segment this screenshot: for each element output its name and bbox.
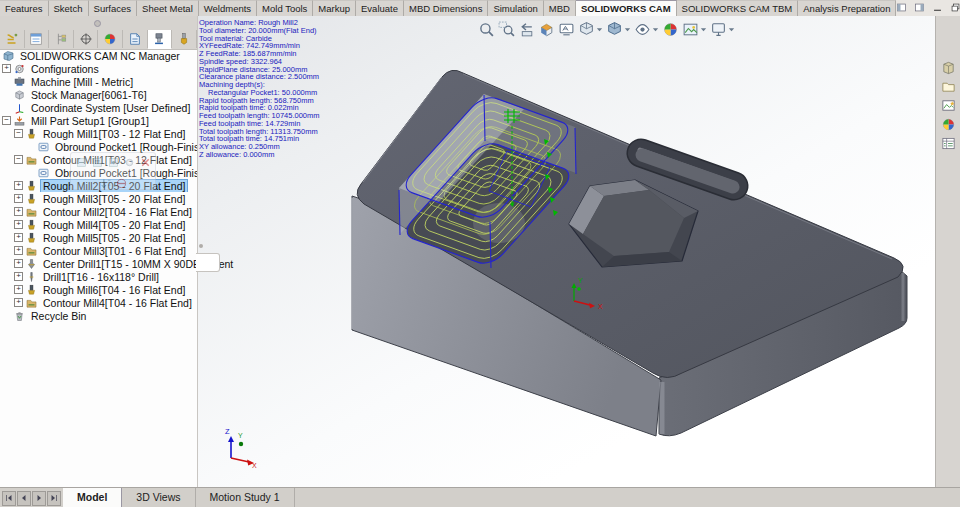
taskpane-view-palette-button[interactable] — [936, 96, 960, 114]
rough-mill-icon — [25, 193, 38, 205]
tree-flyout-handle[interactable] — [199, 244, 203, 248]
view-settings-button[interactable] — [710, 21, 735, 38]
dynamic-annotation-views-button[interactable] — [558, 21, 575, 38]
corner-y-label: Y — [238, 432, 243, 439]
panel-tab-propertymanager[interactable] — [25, 30, 50, 48]
ribbon-tab-weldments[interactable]: Weldments — [199, 0, 257, 16]
context-toolbar[interactable] — [70, 152, 156, 190]
dropdown-caret-icon[interactable] — [652, 26, 659, 33]
ribbon-tab-sketch[interactable]: Sketch — [49, 0, 89, 16]
tree-item-contour-mill2-t04-16-flat-end[interactable]: +Contour Mill2[T04 - 16 Flat End] — [0, 205, 197, 218]
nav-next-button[interactable] — [32, 491, 46, 506]
tree-item-rough-mill4-t05-20-flat-end[interactable]: +Rough Mill4[T05 - 20 Flat End] — [0, 218, 197, 231]
delete-button[interactable] — [139, 155, 152, 173]
panel-tab-configurationmanager[interactable] — [49, 30, 74, 48]
ribbon-tab-markup[interactable]: Markup — [313, 0, 356, 16]
tree-item-stock-manager-6061-t6[interactable]: Stock Manager[6061-T6] — [0, 88, 197, 101]
tree-item-contour-mill3-t01-6-flat-end[interactable]: +Contour Mill3[T01 - 6 Flat End] — [0, 244, 197, 257]
zoom-to-fit-button[interactable] — [478, 21, 495, 38]
ribbon-tab-surfaces[interactable]: Surfaces — [89, 0, 138, 16]
display-options-button[interactable] — [107, 155, 120, 173]
ribbon-tab-features[interactable]: Features — [0, 0, 49, 16]
tree-expander[interactable]: + — [14, 259, 23, 268]
edit-appearance-button[interactable] — [662, 21, 679, 38]
tree-item-contour-mill4-t04-16-flat-end[interactable]: +Contour Mill4[T04 - 16 Flat End] — [0, 296, 197, 309]
nav-last-button[interactable] — [47, 491, 61, 506]
ribbon-tab-analysis-preparation[interactable]: Analysis Preparation — [798, 0, 896, 16]
graphics-viewport[interactable]: Operation Name: Rough Mill2Tool diameter… — [198, 16, 935, 487]
nav-first-button[interactable] — [2, 491, 16, 506]
ribbon-tab-solidworks-cam-tbm[interactable]: SOLIDWORKS CAM TBM — [677, 0, 799, 16]
panel-tab-cam-tools[interactable] — [172, 30, 197, 48]
tree-item-rough-mill1-t03-12-flat-end[interactable]: −Rough Mill1[T03 - 12 Flat End] — [0, 127, 197, 140]
tree-expander[interactable]: + — [14, 233, 23, 242]
pane-toggle-left-button[interactable] — [896, 0, 907, 17]
tree-expander[interactable]: + — [14, 272, 23, 281]
tree-expander[interactable]: − — [14, 155, 23, 164]
restore-button[interactable] — [950, 0, 960, 17]
tree-item-drill1-t16-16x118-drill[interactable]: +Drill1[T16 - 16x118° Drill] — [0, 270, 197, 283]
taskpane-design-library-button[interactable] — [936, 58, 960, 76]
apply-scene-button[interactable] — [682, 21, 707, 38]
tree-expander[interactable]: + — [14, 298, 23, 307]
tree-expander[interactable]: − — [14, 129, 23, 138]
tree-expander[interactable]: − — [2, 116, 11, 125]
panel-tab-featuremanager-design-tree[interactable] — [0, 30, 25, 48]
ribbon-tab-mbd[interactable]: MBD — [544, 0, 576, 16]
taskpane-custom-properties-button[interactable] — [936, 134, 960, 152]
tree-item-rough-mill6-t04-16-flat-end[interactable]: +Rough Mill6[T04 - 16 Flat End] — [0, 283, 197, 296]
dropdown-caret-icon[interactable] — [624, 26, 631, 33]
tree-item-rough-mill5-t05-20-flat-end[interactable]: +Rough Mill5[T05 - 20 Flat End] — [0, 231, 197, 244]
panel-tab-displaymanager[interactable] — [98, 30, 123, 48]
ribbon-tab-evaluate[interactable]: Evaluate — [356, 0, 404, 16]
sheet-tab-bar: Model3D ViewsMotion Study 1 — [0, 487, 960, 507]
tree-item-mill-part-setup1-group1[interactable]: −Mill Part Setup1 [Group1] — [0, 114, 197, 127]
dropdown-caret-icon[interactable] — [596, 26, 603, 33]
tree-expander[interactable]: + — [14, 246, 23, 255]
sheet-tab-motion-study-1[interactable]: Motion Study 1 — [196, 488, 295, 507]
ribbon-tab-sheet-metal[interactable]: Sheet Metal — [137, 0, 199, 16]
tree-item-recycle-bin[interactable]: Recycle Bin — [0, 309, 197, 322]
tree-expander[interactable]: + — [14, 207, 23, 216]
reorder-button[interactable] — [99, 176, 112, 194]
tree-expander[interactable]: + — [14, 285, 23, 294]
tree-item-coordinate-system-user-defined[interactable]: Coordinate System [User Defined] — [0, 101, 197, 114]
collapse-items-button[interactable] — [75, 155, 88, 173]
settings-button[interactable] — [123, 155, 136, 173]
tree-expander[interactable]: + — [14, 220, 23, 229]
taskpane-file-explorer-button[interactable] — [936, 77, 960, 95]
pane-toggle-right-button[interactable] — [914, 0, 925, 17]
show-flyout-button[interactable] — [91, 155, 104, 173]
view-orientation-button[interactable] — [578, 21, 603, 38]
tree-item-solidworks-cam-nc-manager[interactable]: SOLIDWORKS CAM NC Manager — [0, 49, 197, 62]
panel-tab-cam-feature-tree[interactable] — [123, 30, 148, 48]
tree-expander[interactable]: + — [14, 194, 23, 203]
section-view-button[interactable] — [538, 21, 555, 38]
ribbon-tab-mold-tools[interactable]: Mold Tools — [257, 0, 313, 16]
tree-item-configurations[interactable]: +Configurations — [0, 62, 197, 75]
sheet-tab-3d-views[interactable]: 3D Views — [122, 488, 195, 507]
tree-item-machine-mill-metric[interactable]: Machine [Mill - Metric] — [0, 75, 197, 88]
display-style-button[interactable] — [606, 21, 631, 38]
sheet-tab-model[interactable]: Model — [63, 488, 122, 507]
model-body[interactable]: Y X — [352, 70, 907, 436]
dropdown-caret-icon[interactable] — [728, 26, 735, 33]
panel-header — [0, 16, 197, 30]
ribbon-tab-simulation[interactable]: Simulation — [488, 0, 543, 16]
suppress-button[interactable] — [115, 176, 128, 194]
zoom-to-area-button[interactable] — [498, 21, 515, 38]
show-flyout-icon — [91, 156, 104, 169]
previous-view-button[interactable] — [518, 21, 535, 38]
panel-tab-dimxpertmanager[interactable] — [74, 30, 99, 48]
taskpane-appearances-button[interactable] — [936, 115, 960, 133]
commandmanager-pin[interactable] — [94, 20, 101, 27]
nav-prev-button[interactable] — [17, 491, 31, 506]
hide-show-items-button[interactable] — [634, 21, 659, 38]
ribbon-tab-solidworks-cam[interactable]: SOLIDWORKS CAM — [576, 0, 677, 16]
dropdown-caret-icon[interactable] — [700, 26, 707, 33]
ribbon-tab-mbd-dimensions[interactable]: MBD Dimensions — [404, 0, 488, 16]
tree-expander[interactable]: + — [2, 64, 11, 73]
minimize-button[interactable] — [932, 0, 943, 17]
tree-expander[interactable]: + — [14, 181, 23, 190]
panel-tab-cam-operation-tree[interactable] — [148, 30, 173, 49]
